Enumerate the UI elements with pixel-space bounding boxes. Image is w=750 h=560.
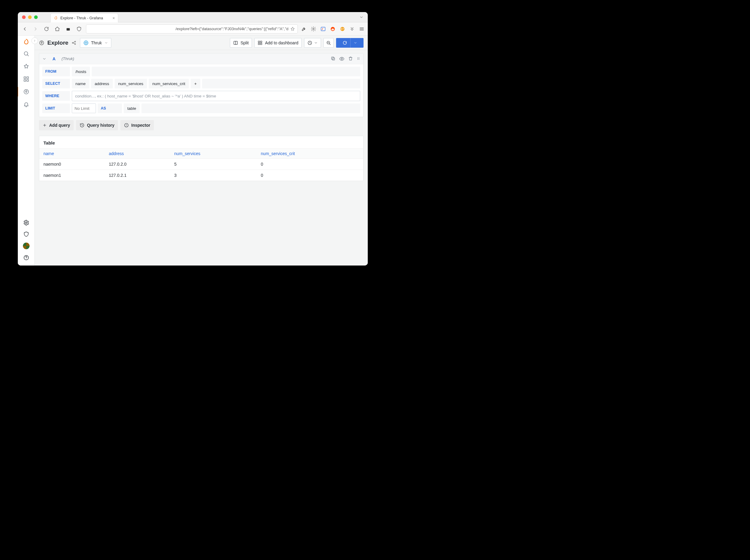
- home-button[interactable]: [54, 25, 61, 33]
- help-icon[interactable]: [23, 255, 29, 261]
- tab-title: Explore - Thruk - Grafana: [60, 16, 103, 20]
- as-keyword: AS: [98, 103, 122, 113]
- back-button[interactable]: [21, 25, 29, 33]
- col-header[interactable]: name: [39, 149, 105, 159]
- config-gear-icon[interactable]: [23, 220, 29, 226]
- app-shell: Explore Thruk: [18, 36, 368, 265]
- bookmark-star-icon[interactable]: [290, 26, 295, 32]
- svg-rect-2: [321, 27, 325, 31]
- badge-icon[interactable]: C+: [339, 26, 345, 32]
- collapse-query-icon[interactable]: [42, 57, 46, 61]
- svg-point-36: [358, 59, 358, 60]
- alerting-icon[interactable]: [23, 101, 30, 108]
- query-refid[interactable]: A: [49, 56, 59, 61]
- share-icon[interactable]: [72, 40, 76, 45]
- time-picker[interactable]: [304, 38, 321, 48]
- drag-handle-icon[interactable]: [357, 56, 360, 62]
- svg-point-34: [358, 58, 358, 59]
- page-toolbar: Explore Thruk: [35, 36, 368, 50]
- delete-query-icon[interactable]: [348, 56, 353, 62]
- select-row: SELECT name address num_services num_ser…: [42, 79, 360, 88]
- where-keyword: WHERE: [42, 91, 70, 101]
- star-icon[interactable]: [23, 63, 30, 70]
- svg-rect-24: [261, 41, 262, 43]
- devtools-icon[interactable]: [320, 26, 326, 32]
- col-header[interactable]: num_services_crit: [257, 149, 363, 159]
- admin-shield-icon[interactable]: [23, 231, 29, 237]
- explore-icon[interactable]: [23, 88, 30, 95]
- shield-icon[interactable]: [75, 25, 83, 33]
- url-input[interactable]: [89, 26, 288, 31]
- add-query-button[interactable]: Add query: [39, 120, 74, 131]
- compass-icon: [39, 40, 44, 45]
- wrench-icon[interactable]: [301, 26, 307, 32]
- add-query-label: Add query: [49, 123, 70, 128]
- split-button[interactable]: Split: [230, 38, 252, 48]
- hamburger-menu-icon[interactable]: [359, 26, 365, 32]
- expand-sidebar-button[interactable]: [32, 37, 38, 44]
- toggle-visibility-icon[interactable]: [339, 56, 345, 62]
- svg-rect-11: [26, 77, 28, 79]
- inspector-button[interactable]: Inspector: [120, 120, 154, 131]
- limit-row: LIMIT AS table: [42, 103, 360, 113]
- duplicate-query-icon[interactable]: [331, 56, 336, 62]
- add-to-dashboard-button[interactable]: Add to dashboard: [254, 38, 302, 48]
- query-history-button[interactable]: Query history: [76, 120, 118, 131]
- toolbar-right: C+: [301, 26, 365, 32]
- minimize-window-button[interactable]: [28, 15, 32, 19]
- maximize-window-button[interactable]: [34, 15, 38, 19]
- select-field[interactable]: address: [91, 79, 113, 88]
- as-value[interactable]: table: [124, 103, 140, 113]
- svg-point-1: [313, 28, 315, 29]
- select-field[interactable]: num_services_crit: [149, 79, 189, 88]
- select-field[interactable]: num_services: [115, 79, 147, 88]
- page-title-group: Explore: [39, 40, 76, 46]
- table-row[interactable]: naemon0 127.0.2.0 5 0: [39, 159, 363, 170]
- table-panel: Table name address num_services num_serv…: [39, 136, 364, 181]
- browser-tab[interactable]: Explore - Thruk - Grafana ×: [50, 13, 118, 22]
- query-header: A (Thruk): [39, 54, 363, 64]
- where-row: WHERE: [42, 91, 360, 101]
- close-tab-icon[interactable]: ×: [113, 16, 115, 21]
- close-window-button[interactable]: [22, 15, 26, 19]
- cell: 0: [257, 159, 363, 170]
- where-input[interactable]: [75, 94, 357, 98]
- search-icon[interactable]: [23, 50, 30, 57]
- gear-icon[interactable]: [310, 26, 317, 32]
- cell: 3: [170, 170, 257, 181]
- address-bar[interactable]: [86, 24, 298, 34]
- extension-icon[interactable]: [64, 25, 72, 33]
- zoom-out-button[interactable]: [323, 38, 334, 48]
- reddit-icon[interactable]: [330, 26, 336, 32]
- svg-rect-25: [258, 43, 260, 45]
- dashboards-icon[interactable]: [23, 76, 30, 83]
- query-datasource-hint: (Thruk): [62, 56, 74, 61]
- refresh-icon: [339, 38, 350, 48]
- forward-button[interactable]: [32, 25, 40, 33]
- limit-keyword: LIMIT: [42, 103, 70, 113]
- datasource-picker[interactable]: Thruk: [80, 38, 111, 48]
- svg-point-5: [332, 29, 332, 29]
- select-field[interactable]: name: [72, 79, 89, 88]
- add-select-field[interactable]: +: [191, 79, 200, 88]
- run-query-button[interactable]: [336, 38, 364, 48]
- overflow-icon[interactable]: [349, 26, 355, 32]
- panel-title: Table: [39, 139, 363, 148]
- svg-point-33: [359, 57, 359, 58]
- limit-input[interactable]: [72, 103, 96, 113]
- grafana-logo-icon[interactable]: [23, 39, 30, 46]
- user-avatar[interactable]: [23, 243, 29, 249]
- tabs-overflow-icon[interactable]: [359, 15, 364, 19]
- select-keyword: SELECT: [42, 79, 70, 88]
- col-header[interactable]: address: [105, 149, 170, 159]
- reload-button[interactable]: [43, 25, 50, 33]
- svg-rect-12: [24, 80, 26, 81]
- table-row[interactable]: naemon1 127.0.2.1 3 0: [39, 170, 363, 181]
- col-header[interactable]: num_services: [170, 149, 257, 159]
- svg-point-4: [331, 28, 334, 30]
- run-interval-dropdown[interactable]: [350, 38, 360, 48]
- from-value[interactable]: /hosts: [72, 67, 90, 76]
- svg-point-6: [333, 29, 334, 29]
- window-controls: [18, 15, 38, 19]
- browser-toolbar: C+: [18, 22, 368, 36]
